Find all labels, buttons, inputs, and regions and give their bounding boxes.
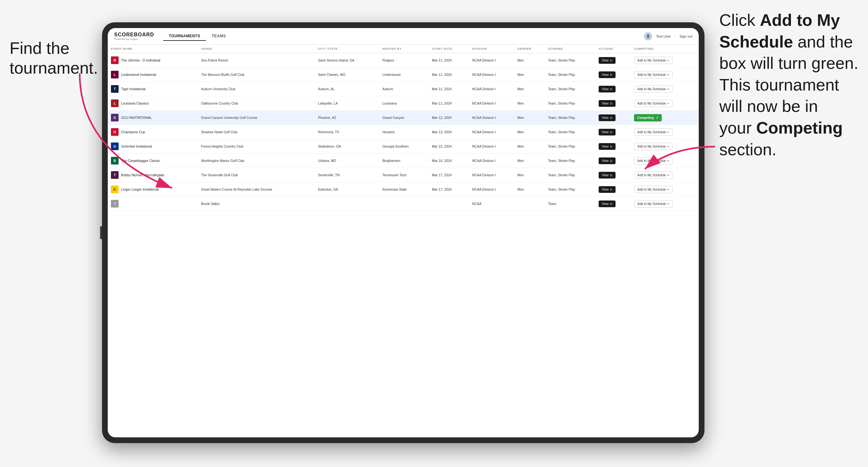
competing-cell-3: Add to My Schedule + [631,96,699,111]
plus-icon: + [667,130,669,134]
competing-cell-5: Add to My Schedule + [631,125,699,139]
view-button[interactable]: View ⊙ [599,115,616,121]
event-name-cell-9: K Linger Longer Invitational [108,182,198,197]
add-to-schedule-button[interactable]: Add to My Schedule + [634,100,673,107]
add-to-schedule-button[interactable]: Add to My Schedule + [634,143,673,150]
plus-icon: + [667,59,669,62]
app-header: SCOREBOARD Powered by clippd TOURNAMENTS… [108,28,699,44]
scoring-cell: Team, Stroke Play [545,154,595,168]
plus-icon: + [667,73,669,76]
actions-cell-3: View ⊙ [595,96,631,111]
competing-button[interactable]: Competing ✓ [634,114,662,121]
venue-cell: Oakbourne Country Club [198,96,315,111]
start-date-cell: Mar 17, 2024 [429,182,469,197]
division-cell: NCAA Division I [469,139,514,154]
tournaments-table: EVENT NAME VENUE CITY, STATE HOSTED BY S… [108,44,699,211]
gender-cell: Men [514,96,545,111]
actions-cell-2: View ⊙ [595,82,631,96]
col-division: DIVISION [469,44,514,53]
start-date-cell: Mar 13, 2024 [429,125,469,139]
gender-cell: Men [514,111,545,125]
team-logo: H [111,128,119,136]
event-name-text: Tiger Invitational [121,87,146,91]
eye-icon: ⊙ [610,188,612,191]
division-cell: NCAA Division I [469,68,514,82]
tab-teams[interactable]: TEAMS [206,32,232,41]
table-row: R The Johnnie - O Individual Sea Palms R… [108,53,699,68]
table-header-row: EVENT NAME VENUE CITY, STATE HOSTED BY S… [108,44,699,53]
division-cell: NCAA Division I [469,154,514,168]
scoring-cell: Team, Stroke Play [545,68,595,82]
hosted-by-cell: Rutgers [379,53,429,68]
col-start-date: START DATE [429,44,469,53]
city-cell: Eatonton, GA [315,182,379,197]
event-name-text: Champions Cup [121,130,145,134]
division-cell: NCAA Division I [469,53,514,68]
city-cell: Saint Charles, MO [315,68,379,82]
tournaments-table-container[interactable]: EVENT NAME VENUE CITY, STATE HOSTED BY S… [108,44,699,437]
tablet-side-button [100,226,102,239]
scoring-cell: Team, Stroke Play [545,168,595,182]
annotation-left: Find thetournament. [9,38,98,78]
view-button[interactable]: View ⊙ [599,86,616,92]
plus-icon: + [667,159,669,162]
event-name-cell-10: ? [108,197,198,211]
add-to-schedule-button[interactable]: Add to My Schedule + [634,86,673,93]
division-cell: NCAA Division I [469,96,514,111]
event-name-text: Schenkel Invitational [121,145,152,148]
view-button[interactable]: View ⊙ [599,143,616,150]
competing-cell-4: Competing ✓ [631,111,699,125]
city-cell: Richmond, TX [315,125,379,139]
city-cell: Lafayette, LA [315,96,379,111]
tab-tournaments[interactable]: TOURNAMENTS [163,32,206,41]
actions-cell-4: View ⊙ [595,111,631,125]
event-name-cell-0: R The Johnnie - O Individual [108,53,198,68]
view-button[interactable]: View ⊙ [599,129,616,135]
competing-cell-8: Add to My Schedule + [631,168,699,182]
competing-cell-1: Add to My Schedule + [631,68,699,82]
start-date-cell: Mar 11, 2024 [429,82,469,96]
add-to-schedule-button[interactable]: Add to My Schedule + [634,186,673,193]
col-city-state: CITY, STATE [315,44,379,53]
actions-cell-6: View ⊙ [595,139,631,154]
view-button[interactable]: View ⊙ [599,157,616,164]
hosted-by-cell: Tennessee Tech [379,168,429,182]
add-to-schedule-button[interactable]: Add to My Schedule + [634,57,673,64]
scoring-cell: Team, Stroke Play [545,125,595,139]
eye-icon: ⊙ [610,174,612,177]
team-logo: L [111,71,119,79]
gender-cell: Men [514,139,545,154]
hosted-by-cell: Grand Canyon [379,111,429,125]
city-cell: Auburn, AL [315,82,379,96]
scoring-cell: Team, Stroke Play [545,82,595,96]
col-gender: GENDER [514,44,545,53]
add-to-schedule-button[interactable]: Add to My Schedule + [634,71,673,79]
division-cell: NCAA [469,197,514,211]
team-logo: G [111,114,119,121]
add-to-schedule-button[interactable]: Add to My Schedule + [634,172,673,179]
app-logo-sub: Powered by clippd [114,38,154,40]
view-button[interactable]: View ⊙ [599,200,616,207]
eye-icon: ⊙ [610,73,612,76]
event-name-text: Louisiana Classics [121,101,149,105]
add-to-schedule-button[interactable]: Add to My Schedule + [634,157,673,164]
view-button[interactable]: View ⊙ [599,71,616,78]
venue-cell: Forest Heights Country Club [198,139,315,154]
competing-cell-0: Add to My Schedule + [631,53,699,68]
check-icon: ✓ [656,116,658,120]
view-button[interactable]: View ⊙ [599,57,616,64]
eye-icon: ⊙ [610,59,612,62]
view-button[interactable]: View ⊙ [599,186,616,193]
view-button[interactable]: View ⊙ [599,100,616,107]
actions-cell-10: View ⊙ [595,197,631,211]
gender-cell: Men [514,82,545,96]
actions-cell-5: View ⊙ [595,125,631,139]
add-to-schedule-button[interactable]: Add to My Schedule + [634,128,673,136]
sign-out-link[interactable]: Sign out [680,34,692,38]
add-to-schedule-button[interactable]: Add to My Schedule + [634,200,673,208]
event-name-cell-7: B The Carpetbagger Classic [108,154,198,168]
view-button[interactable]: View ⊙ [599,172,616,179]
competing-cell-2: Add to My Schedule + [631,82,699,96]
event-name-cell-2: T Tiger Invitational [108,82,198,96]
col-competing: COMPETING [631,44,699,53]
